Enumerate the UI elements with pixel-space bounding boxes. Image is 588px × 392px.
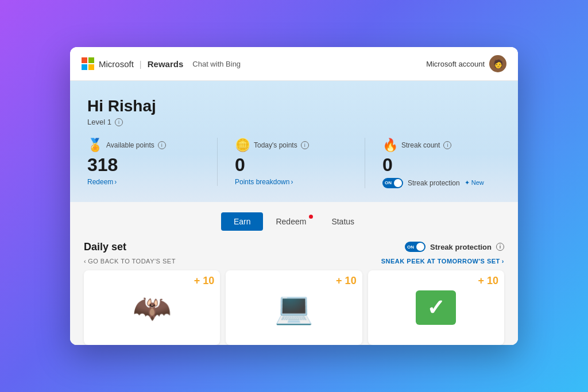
sneak-peek-text: SNEAK PEEK AT TOMORROW'S SET <box>381 258 500 265</box>
product-name: Rewards <box>148 59 184 69</box>
tab-earn-label: Earn <box>234 217 251 226</box>
daily-streak-protection-row: ON Streak protection i <box>405 242 504 252</box>
level-label: Level 1 <box>87 118 111 126</box>
tab-redeem-label: Redeem <box>276 217 306 226</box>
tab-status-label: Status <box>331 217 354 226</box>
daily-cards-row: + 10 🦇 + 10 💻 + 10 ✓ <box>84 270 504 345</box>
available-points-value: 318 <box>87 155 206 175</box>
card-3-points: + 10 <box>478 275 498 287</box>
go-back-link[interactable]: ‹ GO BACK TO TODAY'S SET <box>84 258 176 265</box>
available-points-info-icon[interactable]: i <box>158 141 166 149</box>
main-window: Microsoft | Rewards Chat with Bing Micro… <box>70 47 518 344</box>
avatar[interactable]: 🧑 <box>489 55 506 72</box>
redeem-chevron-icon: › <box>114 178 117 186</box>
microsoft-logo <box>82 57 94 70</box>
header-right: Microsoft account 🧑 <box>426 55 506 72</box>
check-icon: ✓ <box>416 290 456 325</box>
header: Microsoft | Rewards Chat with Bing Micro… <box>70 47 518 81</box>
daily-set-title: Daily set <box>84 241 126 253</box>
level-info-icon[interactable]: i <box>115 118 123 126</box>
daily-toggle-on: ON <box>407 244 414 250</box>
daily-streak-info-icon[interactable]: i <box>496 243 504 251</box>
flame-icon: 🔥 <box>382 138 398 153</box>
brand-area: Microsoft | Rewards Chat with Bing <box>99 59 241 69</box>
daily-card-3[interactable]: + 10 ✓ <box>368 270 504 345</box>
chat-bing-link[interactable]: Chat with Bing <box>192 60 241 68</box>
daily-card-1[interactable]: + 10 🦇 <box>84 270 220 345</box>
tab-status[interactable]: Status <box>319 212 367 231</box>
streak-count-label: Streak count <box>401 141 440 149</box>
account-label[interactable]: Microsoft account <box>426 60 485 68</box>
stats-row: 🏅 Available points i 318 Redeem › 🪙 Toda… <box>87 138 501 188</box>
go-back-chevron: ‹ <box>84 258 86 265</box>
greeting-heading: Hi Rishaj <box>87 97 501 115</box>
daily-toggle-knob <box>416 243 424 251</box>
streak-count-value: 0 <box>382 155 501 175</box>
streak-count-info-icon[interactable]: i <box>443 141 451 149</box>
bat-icon: 🦇 <box>133 292 171 323</box>
redeem-dot <box>309 215 313 219</box>
tabs-row: Earn Redeem Status <box>70 212 518 231</box>
laptop-icon: 💻 <box>274 292 313 323</box>
logo-yellow <box>88 64 94 70</box>
todays-points-value: 0 <box>235 155 353 175</box>
new-badge: ✦ New <box>465 179 484 187</box>
streak-protection-toggle-row: ON Streak protection ✦ New <box>382 178 501 188</box>
streak-protection-toggle[interactable]: ON <box>382 178 403 188</box>
daily-header: Daily set ON Streak protection i <box>84 241 504 253</box>
sneak-peek-chevron: › <box>502 258 504 265</box>
breakdown-chevron-icon: › <box>291 178 293 186</box>
daily-streak-toggle[interactable]: ON <box>405 242 425 252</box>
tabs-section: Earn Redeem Status Daily set ON Streak p… <box>70 202 518 345</box>
checkmark-symbol: ✓ <box>427 295 445 320</box>
available-points-block: 🏅 Available points i 318 Redeem › <box>87 138 206 185</box>
separator: | <box>140 59 142 69</box>
todays-points-label: Today's points <box>254 141 297 149</box>
todays-points-block: 🪙 Today's points i 0 Points breakdown › <box>217 138 353 185</box>
streak-count-label-row: 🔥 Streak count i <box>382 138 501 153</box>
level-row: Level 1 i <box>87 118 501 126</box>
redeem-link-text: Redeem <box>87 178 113 186</box>
brand-name: Microsoft <box>99 59 134 69</box>
redeem-link[interactable]: Redeem › <box>87 178 206 186</box>
daily-streak-protection-label: Streak protection <box>430 243 492 251</box>
tab-earn[interactable]: Earn <box>221 212 264 231</box>
coins-icon: 🪙 <box>235 138 250 153</box>
hero-section: Hi Rishaj Level 1 i 🏅 Available points i… <box>70 81 518 201</box>
toggle-knob <box>394 179 402 187</box>
points-breakdown-link[interactable]: Points breakdown › <box>235 178 353 186</box>
points-breakdown-text: Points breakdown <box>235 178 289 186</box>
streak-count-block: 🔥 Streak count i 0 ON Streak protection … <box>365 138 501 188</box>
toggle-on-label: ON <box>385 180 392 185</box>
medal-icon: 🏅 <box>87 138 103 153</box>
streak-protection-label: Streak protection <box>408 179 460 187</box>
go-back-text: GO BACK TO TODAY'S SET <box>88 258 176 265</box>
tab-redeem[interactable]: Redeem <box>263 212 319 231</box>
todays-points-label-row: 🪙 Today's points i <box>235 138 353 153</box>
card-2-points: + 10 <box>336 275 357 287</box>
available-points-label-row: 🏅 Available points i <box>87 138 206 153</box>
nav-links: ‹ GO BACK TO TODAY'S SET SNEAK PEEK AT T… <box>84 258 504 265</box>
logo-green <box>88 57 94 63</box>
daily-section: Daily set ON Streak protection i ‹ GO BA… <box>70 241 518 345</box>
available-points-label: Available points <box>106 141 154 149</box>
logo-red <box>82 57 87 63</box>
daily-card-2[interactable]: + 10 💻 <box>226 270 362 345</box>
todays-points-info-icon[interactable]: i <box>301 141 309 149</box>
card-1-points: + 10 <box>194 275 215 287</box>
logo-blue <box>82 64 87 70</box>
sneak-peek-link[interactable]: SNEAK PEEK AT TOMORROW'S SET › <box>381 258 504 265</box>
